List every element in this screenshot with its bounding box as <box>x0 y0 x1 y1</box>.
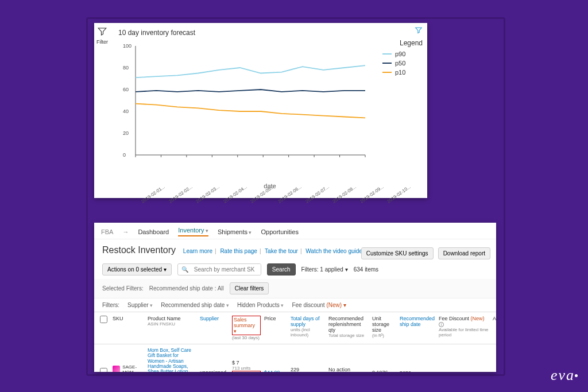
filter-ship-date[interactable]: Recommended ship date <box>161 302 229 308</box>
cell-sales: $ 7 713 units View forecast ▾ <box>232 360 261 372</box>
search-box: 🔍 <box>177 263 261 275</box>
item-count: 634 items <box>354 266 378 273</box>
bulk-actions-dropdown[interactable]: Actions on 0 selected ▾ <box>102 263 172 275</box>
chart-plot-area: 020406080100 2019-02-01...2019-02-02...2… <box>118 40 371 172</box>
row-checkbox[interactable] <box>100 368 107 372</box>
tab-inventory[interactable]: Inventory <box>178 227 208 236</box>
product-link[interactable]: Mom Box, Self Care Gift Basket for Women… <box>148 348 196 372</box>
col-supplier[interactable]: Supplier <box>200 316 229 321</box>
chevron-right-icon: → <box>122 228 129 235</box>
cell-unit-size: 0.1976 <box>372 370 396 372</box>
breadcrumb-nav: FBA → Dashboard Inventory Shipments Oppo… <box>94 223 496 239</box>
search-input[interactable] <box>192 264 261 275</box>
col-actions: Ac <box>493 316 496 321</box>
search-icon: 🔍 <box>178 264 192 275</box>
col-price: Price <box>264 316 287 321</box>
restock-inventory-panel: FBA → Dashboard Inventory Shipments Oppo… <box>94 223 496 372</box>
legend-item-p90: p90 <box>382 51 423 57</box>
tab-dashboard[interactable]: Dashboard <box>138 228 169 235</box>
cell-days: 229 495 units ▾ <box>291 367 325 372</box>
search-button[interactable]: Search <box>267 263 296 275</box>
filter-hidden-products[interactable]: Hidden Products <box>237 302 284 308</box>
col-rec-qty: Recommended replenishment qtyTotal stora… <box>328 316 369 338</box>
col-product-name: Product NameASIN FNSKU <box>148 316 196 327</box>
col-unit-size: Unit storage size(in ft³) <box>372 316 396 338</box>
legend-item-p10: p10 <box>382 69 423 76</box>
selected-filters-label: Selected Filters: <box>102 285 144 292</box>
cell-supplier: unassigned <box>200 370 229 372</box>
product-thumbnail <box>113 366 120 372</box>
col-fee-discount: Fee Discount (New)iAvailable for limited… <box>439 316 489 337</box>
chart-svg <box>118 40 371 172</box>
download-report-button[interactable]: Download report <box>438 247 490 259</box>
selected-filter-chip: Recommended ship date : All <box>149 285 224 292</box>
eva-brand-logo: eva <box>551 367 578 384</box>
tab-shipments[interactable]: Shipments <box>218 228 252 235</box>
filters-row: Filters: Supplier Recommended ship date … <box>94 298 496 312</box>
link-learn-more[interactable]: Learn more <box>183 248 212 254</box>
link-rate-page[interactable]: Rate this page <box>220 248 257 254</box>
cell-price: $44.99 <box>264 370 287 372</box>
cell-sku: SAGE-MOM-SET3991 <box>122 364 144 372</box>
link-video-guide[interactable]: Watch the video guide <box>305 248 362 254</box>
filters-label: Filters: <box>102 302 119 308</box>
funnel-icon <box>97 26 107 37</box>
filter-label: Filter <box>96 39 108 45</box>
chart-title: 10 day inventory forecast <box>118 29 421 37</box>
col-sales-summary[interactable]: Sales summary ▾(last 30 days) <box>232 316 261 340</box>
select-all-checkbox[interactable] <box>100 316 107 323</box>
view-forecast-link[interactable]: View forecast ▾ <box>232 371 261 372</box>
cell-ship: none <box>400 370 435 372</box>
chart-legend: Legend p90 p50 p10 <box>382 39 423 78</box>
cell-rec-qty: No action required <box>328 367 369 372</box>
legend-title: Legend <box>382 39 423 47</box>
breadcrumb-root[interactable]: FBA <box>101 228 113 235</box>
filter-control[interactable]: Filter <box>96 26 108 45</box>
clear-filters-button[interactable]: Clear filters <box>230 282 269 294</box>
info-icon[interactable]: i <box>439 322 444 327</box>
selected-filters-bar: Selected Filters: Recommended ship date … <box>94 279 496 298</box>
forecast-chart-panel: Filter 10 day inventory forecast Legend … <box>94 23 427 198</box>
col-total-days: Total days of supplyunits (incl inbound) <box>291 316 325 337</box>
table-header-row: SKU Product NameASIN FNSKU Supplier Sale… <box>94 312 496 344</box>
filter-supplier[interactable]: Supplier <box>127 302 153 308</box>
filter-fee-discount[interactable]: Fee discount (New) ▾ <box>292 302 346 308</box>
table-row: SAGE-MOM-SET3991 Mom Box, Self Care Gift… <box>94 344 496 372</box>
col-sku: SKU <box>113 316 144 321</box>
col-rec-ship[interactable]: Recommended ship date <box>400 316 435 327</box>
cell-product: Mom Box, Self Care Gift Basket for Women… <box>148 348 196 372</box>
tab-opportunities[interactable]: Opportunities <box>261 228 299 235</box>
filters-applied-dropdown[interactable]: Filters: 1 applied ▾ <box>301 266 348 273</box>
legend-item-p50: p50 <box>382 60 423 67</box>
link-take-tour[interactable]: Take the tour <box>265 248 298 254</box>
page-title: Restock Inventory <box>102 245 176 255</box>
customize-sku-button[interactable]: Customize SKU settings <box>361 247 434 259</box>
x-axis-ticks: 2019-02-01...2019-02-02...2019-02-03...2… <box>136 184 365 189</box>
toolbar: Customize SKU settings Download report A… <box>94 260 496 279</box>
chart-filter-icon[interactable] <box>415 26 423 37</box>
